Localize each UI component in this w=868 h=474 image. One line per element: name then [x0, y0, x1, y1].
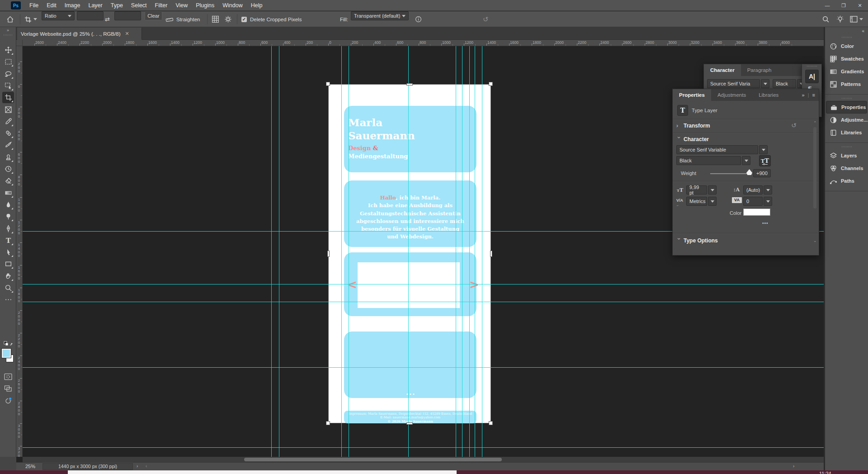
straighten-label[interactable]: Straighten	[176, 17, 200, 22]
swap-colors-icon[interactable]	[1, 341, 15, 347]
foreground-color-swatch[interactable]	[2, 349, 11, 358]
reset-crop-icon[interactable]: ↺	[483, 11, 489, 27]
dock-item-properties[interactable]: Properties	[826, 101, 867, 114]
marquee-tool-icon[interactable]	[2, 56, 14, 67]
dock-item-paths[interactable]: Paths	[826, 175, 867, 187]
dock-item-channels[interactable]: Channels	[826, 162, 867, 175]
vertical-ruler[interactable]: 2000200400600800100012001400160018002000…	[16, 46, 23, 457]
panel-header-icons[interactable]: »|≡	[802, 89, 819, 101]
more-options-icon[interactable]: •••	[762, 221, 769, 226]
weight-value-field[interactable]: +900	[753, 169, 771, 177]
crop-edge-handle[interactable]	[490, 251, 492, 257]
tracking-select[interactable]: 0	[743, 197, 763, 206]
menu-edit[interactable]: Edit	[42, 0, 61, 11]
weight-slider-track[interactable]	[710, 173, 750, 174]
document-tab-close-icon[interactable]: ✕	[125, 31, 129, 37]
pen-tool-icon[interactable]	[2, 223, 14, 234]
font-family-select[interactable]: Source Serif Variable	[676, 145, 758, 154]
restore-button[interactable]: ❐	[835, 0, 852, 11]
gradient-tool-icon[interactable]	[2, 187, 14, 199]
frame-tool-icon[interactable]	[2, 104, 14, 115]
toolbar-expand-icon[interactable]: »	[0, 28, 16, 33]
tab-adjustments[interactable]: Adjustments	[711, 89, 752, 101]
hand-tool-icon[interactable]	[2, 270, 14, 282]
variable-font-options-icon[interactable]: TT	[759, 155, 771, 166]
crop-edge-handle[interactable]	[327, 251, 330, 257]
dock-item-layers[interactable]: Layers	[826, 149, 867, 162]
dock-item-adjustments[interactable]: Adjustme...	[826, 114, 867, 126]
status-right-expand-icon[interactable]: ›	[793, 464, 794, 469]
crop-edge-handle[interactable]	[406, 83, 413, 85]
panel-scroll-down-icon[interactable]: ⌄	[813, 238, 817, 243]
font-style-select[interactable]: Black	[676, 156, 741, 165]
tab-character[interactable]: Character	[704, 64, 741, 76]
document-info-field[interactable]: 1440 px x 3000 px (300 ppi)	[42, 463, 133, 470]
tracking-chevron[interactable]	[764, 197, 772, 206]
menu-layer[interactable]: Layer	[84, 0, 106, 11]
clear-button[interactable]: Clear	[145, 11, 162, 20]
text-color-swatch[interactable]	[743, 209, 770, 216]
home-icon[interactable]	[6, 15, 14, 23]
menu-window[interactable]: Window	[218, 0, 246, 11]
straighten-icon[interactable]	[165, 16, 174, 23]
brush-tool-icon[interactable]	[2, 139, 14, 151]
tab-properties[interactable]: Properties	[673, 89, 711, 101]
crop-preset-chevron-icon[interactable]	[33, 18, 37, 20]
dock-item-patterns[interactable]: Patterns	[826, 78, 867, 90]
toolbar-grip[interactable]	[4, 34, 13, 36]
status-expand-icon[interactable]: ›	[137, 464, 138, 469]
panel-scrollbar[interactable]	[813, 127, 816, 209]
delete-cropped-pixels-checkbox[interactable]: ✓	[241, 17, 247, 22]
crop-tool-preset-icon[interactable]	[24, 16, 32, 23]
dock-item-swatches[interactable]: Swatches	[826, 52, 867, 65]
workspace-switcher-icon[interactable]	[850, 16, 858, 23]
tab-libraries[interactable]: Libraries	[752, 89, 785, 101]
horizontal-ruler[interactable]: 2600240022002000180016001400120010008006…	[23, 40, 824, 46]
document-tab[interactable]: Vorlage Webseite.psd @ 25% (. . ., RGB/8…	[17, 28, 142, 40]
crop-height-input[interactable]	[114, 11, 141, 20]
char-font-style-select[interactable]: Black	[773, 79, 796, 88]
horizontal-scrollbar-thumb[interactable]	[244, 458, 502, 461]
eraser-tool-icon[interactable]	[2, 175, 14, 186]
status-collapse-icon[interactable]: ‹	[146, 464, 147, 469]
swap-dimensions-icon[interactable]: ⇄	[105, 11, 110, 27]
search-icon[interactable]	[822, 11, 830, 27]
lasso-tool-icon[interactable]	[2, 68, 14, 80]
zoom-level-field[interactable]: 25%	[25, 464, 35, 469]
dock-item-libraries[interactable]: Libraries	[826, 126, 867, 139]
close-button[interactable]: ✕	[852, 0, 868, 11]
crop-edge-handle[interactable]	[406, 422, 413, 425]
menu-filter[interactable]: Filter	[151, 0, 172, 11]
leading-select[interactable]: (Auto)	[743, 185, 763, 194]
crop-tool-icon[interactable]	[2, 92, 14, 103]
menu-plugins[interactable]: Plugins	[192, 0, 218, 11]
weight-slider-handle[interactable]	[746, 169, 752, 175]
clone-stamp-tool-icon[interactable]	[2, 152, 14, 163]
font-family-chevron[interactable]	[759, 145, 768, 154]
font-size-select[interactable]: 9,99 pt	[686, 185, 707, 194]
crop-corner-handle[interactable]	[489, 421, 493, 425]
transform-section-header[interactable]: ›Transform	[676, 123, 710, 129]
menu-select[interactable]: Select	[127, 0, 151, 11]
ruler-corner[interactable]	[16, 40, 23, 46]
sync-cloud-icon[interactable]	[2, 395, 14, 407]
menu-file[interactable]: File	[25, 0, 42, 11]
fill-select[interactable]: Transparent (default)	[351, 11, 409, 20]
workspace-chevron-icon[interactable]	[859, 18, 863, 20]
windows-taskbar[interactable]: 11:24	[0, 470, 868, 474]
dodge-tool-icon[interactable]	[2, 211, 14, 222]
crop-corner-handle[interactable]	[326, 421, 330, 425]
history-brush-tool-icon[interactable]	[2, 163, 14, 175]
path-select-tool-icon[interactable]	[2, 246, 14, 258]
menu-view[interactable]: View	[171, 0, 192, 11]
transform-reset-icon[interactable]: ↺	[791, 122, 797, 129]
panel-scroll-up-icon[interactable]: ⌃	[813, 121, 817, 125]
kerning-chevron[interactable]	[708, 197, 717, 206]
char-font-family-chevron[interactable]	[761, 79, 769, 88]
crop-overlay-icon[interactable]	[212, 11, 219, 27]
blur-tool-icon[interactable]	[2, 199, 14, 210]
healing-brush-tool-icon[interactable]	[2, 128, 14, 139]
edit-toolbar-icon[interactable]	[2, 294, 14, 305]
crop-width-input[interactable]	[77, 11, 104, 20]
dock-item-gradients[interactable]: Gradients	[826, 65, 867, 78]
